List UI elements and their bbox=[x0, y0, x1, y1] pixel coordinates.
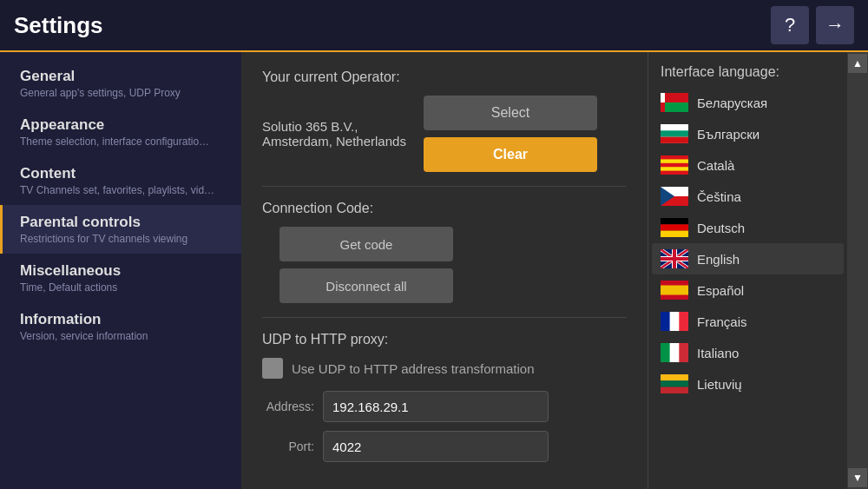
forward-button[interactable]: → bbox=[816, 6, 854, 44]
sidebar-item-miscellaneous[interactable]: Miscellaneous Time, Default actions bbox=[0, 254, 241, 302]
lang-item-lt[interactable]: Lietuvių bbox=[652, 368, 844, 400]
sidebar-item-title-information: Information bbox=[20, 311, 224, 328]
scroll-down-arrow[interactable]: ▼ bbox=[848, 468, 867, 487]
page-title: Settings bbox=[14, 12, 103, 39]
main-layout: General General app's settings, UDP Prox… bbox=[0, 52, 868, 489]
right-panel-wrapper: Interface language: Беларуская Български… bbox=[648, 52, 868, 489]
lang-item-bg[interactable]: Български bbox=[652, 118, 844, 149]
sidebar-item-subtitle-appearance: Theme selection, interface configuratio… bbox=[20, 135, 224, 148]
flag-cz bbox=[661, 187, 688, 206]
flag-ca bbox=[661, 155, 688, 175]
operator-info: Solutio 365 B.V., Amsterdam, Netherlands bbox=[262, 119, 410, 149]
lang-name-es: Español bbox=[697, 283, 744, 298]
svg-rect-8 bbox=[661, 155, 688, 159]
svg-rect-27 bbox=[661, 286, 688, 295]
sidebar-item-title-parental: Parental controls bbox=[20, 214, 224, 231]
operator-row: Solutio 365 B.V., Amsterdam, Netherlands… bbox=[262, 96, 627, 172]
svg-rect-5 bbox=[661, 130, 688, 136]
lang-name-bg: Български bbox=[697, 127, 760, 142]
divider-1 bbox=[262, 186, 627, 187]
sidebar-item-subtitle-general: General app's settings, UDP Proxy bbox=[20, 87, 224, 99]
svg-rect-36 bbox=[661, 387, 688, 393]
svg-rect-9 bbox=[661, 163, 688, 167]
udp-section: UDP to HTTP proxy: Use UDP to HTTP addre… bbox=[262, 332, 627, 462]
udp-checkbox-row: Use UDP to HTTP address transformation bbox=[262, 358, 627, 379]
lang-item-gb[interactable]: English bbox=[652, 243, 844, 274]
lang-item-es[interactable]: Español bbox=[652, 274, 844, 306]
lang-name-by: Беларуская bbox=[697, 96, 767, 110]
flag-bg bbox=[661, 124, 688, 143]
sidebar-item-appearance[interactable]: Appearance Theme selection, interface co… bbox=[0, 108, 241, 156]
port-label: Port: bbox=[262, 439, 314, 453]
flag-de bbox=[661, 218, 688, 237]
lang-name-cz: Čeština bbox=[697, 189, 741, 204]
lang-name-lt: Lietuvių bbox=[697, 377, 742, 392]
lang-name-ca: Català bbox=[697, 158, 734, 173]
lang-item-cz[interactable]: Čeština bbox=[652, 181, 844, 212]
flag-it bbox=[661, 343, 688, 362]
svg-rect-15 bbox=[661, 224, 688, 230]
address-label: Address: bbox=[262, 400, 314, 413]
flag-by bbox=[661, 93, 688, 112]
udp-checkbox[interactable] bbox=[262, 358, 283, 379]
operator-label: Your current Operator: bbox=[262, 69, 627, 85]
sidebar-item-title-content: Content bbox=[20, 165, 224, 182]
sidebar-item-subtitle-parental: Restrictions for TV channels viewing bbox=[20, 233, 224, 245]
udp-label: UDP to HTTP proxy: bbox=[262, 332, 627, 347]
svg-rect-25 bbox=[661, 257, 688, 261]
get-code-button[interactable]: Get code bbox=[279, 227, 453, 261]
sidebar-item-subtitle-miscellaneous: Time, Default actions bbox=[20, 281, 224, 294]
lang-item-ca[interactable]: Català bbox=[652, 149, 844, 181]
svg-rect-14 bbox=[661, 218, 688, 224]
lang-item-fr[interactable]: Français bbox=[652, 306, 844, 337]
svg-rect-33 bbox=[661, 343, 670, 362]
svg-rect-16 bbox=[661, 231, 688, 237]
svg-rect-30 bbox=[661, 312, 670, 331]
title-bar-actions: ? → bbox=[771, 6, 854, 44]
sidebar-item-parental[interactable]: Parental controls Restrictions for TV ch… bbox=[0, 205, 241, 254]
sidebar-item-general[interactable]: General General app's settings, UDP Prox… bbox=[0, 59, 241, 108]
connection-section: Connection Code: Get code Disconnect all bbox=[262, 201, 627, 303]
help-button[interactable]: ? bbox=[771, 6, 809, 44]
scroll-up-arrow[interactable]: ▲ bbox=[848, 54, 867, 73]
connection-buttons: Get code Disconnect all bbox=[279, 227, 627, 303]
lang-panel: Interface language: Беларуская Български… bbox=[648, 52, 847, 489]
lang-name-fr: Français bbox=[697, 314, 747, 329]
svg-rect-35 bbox=[661, 380, 688, 387]
content-area: Your current Operator: Solutio 365 B.V.,… bbox=[241, 52, 648, 489]
lang-item-by[interactable]: Беларуская bbox=[652, 87, 844, 118]
lang-name-de: Deutsch bbox=[697, 221, 745, 235]
lang-panel-title: Interface language: bbox=[648, 52, 847, 87]
lang-name-gb: English bbox=[697, 252, 740, 267]
flag-es bbox=[661, 281, 688, 300]
operator-city: Amsterdam, Netherlands bbox=[262, 134, 410, 149]
lang-item-it[interactable]: Italiano bbox=[652, 337, 844, 368]
sidebar-item-title-general: General bbox=[20, 68, 224, 85]
flag-fr bbox=[661, 312, 688, 331]
clear-button[interactable]: Clear bbox=[424, 137, 597, 172]
lang-item-de[interactable]: Deutsch bbox=[652, 212, 844, 243]
connection-label: Connection Code: bbox=[262, 201, 627, 216]
svg-rect-34 bbox=[661, 374, 688, 380]
sidebar-item-content[interactable]: Content TV Channels set, favorites, play… bbox=[0, 156, 241, 205]
port-row: Port: bbox=[262, 431, 627, 462]
udp-checkbox-label: Use UDP to HTTP address transformation bbox=[292, 361, 535, 376]
operator-name: Solutio 365 B.V., bbox=[262, 119, 410, 134]
select-button[interactable]: Select bbox=[424, 96, 597, 130]
sidebar-item-information[interactable]: Information Version, service information bbox=[0, 302, 241, 351]
sidebar-item-title-appearance: Appearance bbox=[20, 116, 224, 134]
title-bar: Settings ? → bbox=[0, 0, 868, 52]
svg-rect-10 bbox=[661, 171, 688, 175]
svg-rect-3 bbox=[661, 102, 665, 112]
flag-gb bbox=[661, 249, 688, 268]
scrollbar-panel: ▲ ▼ bbox=[847, 52, 868, 489]
lang-list: Беларуская Български Català Čeština Deut… bbox=[648, 87, 847, 489]
divider-2 bbox=[262, 317, 627, 318]
sidebar-item-subtitle-content: TV Channels set, favorites, playlists, v… bbox=[20, 184, 224, 196]
port-input[interactable] bbox=[323, 431, 549, 462]
sidebar: General General app's settings, UDP Prox… bbox=[0, 52, 241, 489]
lang-name-it: Italiano bbox=[697, 346, 739, 360]
disconnect-button[interactable]: Disconnect all bbox=[279, 268, 453, 303]
address-input[interactable] bbox=[323, 391, 549, 422]
address-row: Address: bbox=[262, 391, 627, 422]
